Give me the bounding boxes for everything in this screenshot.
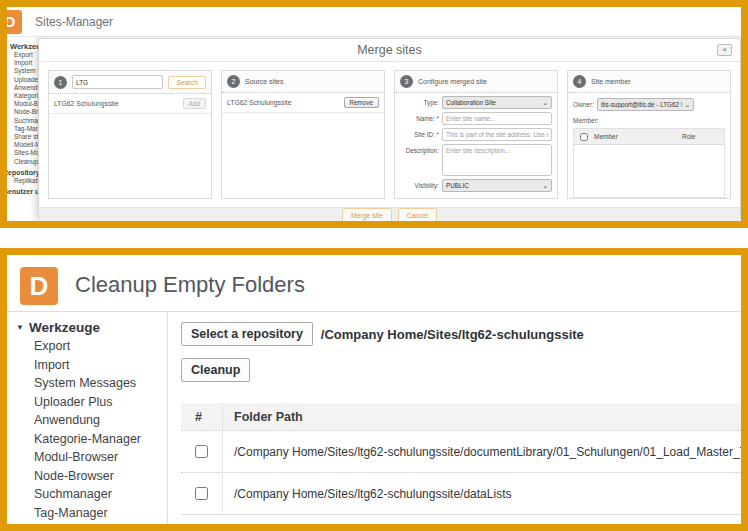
- owner-select-value: itis-support@itis.de - LTG62 !: [601, 101, 683, 108]
- source-sites-panel: 2 Source sites LTG62 Schulungssite Remov…: [221, 70, 385, 199]
- visibility-select-value: PUBLIC: [446, 182, 469, 189]
- site-name-input[interactable]: [442, 112, 552, 125]
- chevron-down-icon: ⌄: [542, 97, 548, 108]
- sidebar-item-uploader-plus[interactable]: Uploader Plus: [7, 393, 167, 412]
- folder-path-cell: /Company Home/Sites/ltg62-schulungssite/…: [223, 445, 741, 459]
- step-3-badge: 3: [400, 75, 413, 88]
- merge-sites-dialog: Merge sites × 1 Search LTG62 Schulungssi…: [38, 38, 741, 219]
- sidebar-item-system-messages[interactable]: System Messages: [7, 374, 167, 393]
- configure-site-panel: 3 Configure merged site Type: Collaborat…: [394, 70, 558, 199]
- app-logo: D: [7, 10, 22, 34]
- step-1-badge: 1: [54, 76, 67, 89]
- cleanup-main: Select a repository /Company Home/Sites/…: [168, 312, 741, 524]
- row-checkbox-cell: [181, 431, 223, 472]
- search-button[interactable]: Search: [168, 76, 206, 89]
- owner-select[interactable]: itis-support@itis.de - LTG62 ! ⌄: [597, 98, 694, 111]
- name-label: Name: *: [398, 112, 442, 122]
- description-field-row: Description:: [398, 144, 552, 176]
- dialog-footer: Merge site Cancel: [39, 207, 740, 221]
- sidebar-item-node-browser[interactable]: Node-Browser: [7, 467, 167, 486]
- site-description-input[interactable]: [442, 144, 552, 176]
- table-row: /Company Home/Sites/ltg62-schulungssite/…: [181, 430, 741, 472]
- member-table-header: Member Role: [574, 129, 724, 145]
- cleanup-empty-folders-window: D Cleanup Empty Folders ▼ Werkzeuge Expo…: [0, 248, 748, 531]
- search-sites-panel: 1 Search LTG62 Schulungssite Add: [48, 70, 212, 199]
- sidebar-item-tag-manager[interactable]: Tag-Manager: [7, 504, 167, 523]
- member-list-label: Member:: [573, 117, 725, 124]
- search-result-row: LTG62 Schulungssite Add: [49, 94, 211, 114]
- sidebar-item-suchmanager[interactable]: Suchmanager: [7, 485, 167, 504]
- member-table-body: [574, 145, 724, 197]
- cleanup-header: D Cleanup Empty Folders: [7, 255, 741, 312]
- visibility-label: Visibility:: [398, 179, 442, 189]
- chevron-down-icon: ⌄: [542, 180, 548, 191]
- close-icon[interactable]: ×: [717, 44, 732, 56]
- sidebar-group-label: Werkzeuge: [29, 320, 100, 335]
- repository-row: Select a repository /Company Home/Sites/…: [181, 322, 741, 346]
- source-sites-header: 2 Source sites: [222, 71, 384, 93]
- cleanup-button-row: Cleanup: [181, 358, 741, 382]
- cancel-button[interactable]: Cancel: [398, 208, 437, 221]
- type-select-value: Collaboration Site: [446, 99, 496, 106]
- add-button[interactable]: Add: [183, 98, 206, 109]
- folder-table: # Folder Path /Company Home/Sites/ltg62-…: [181, 403, 741, 515]
- type-select[interactable]: Collaboration Site ⌄: [442, 96, 552, 109]
- owner-label: Owner:: [573, 101, 594, 108]
- select-repository-button[interactable]: Select a repository: [181, 322, 313, 346]
- page-title: Sites-Manager: [35, 15, 113, 29]
- select-all-checkbox-cell: [574, 132, 594, 140]
- member-column-header: Member: [594, 133, 682, 140]
- sidebar-group-werkzeuge[interactable]: ▼ Werkzeuge: [7, 317, 167, 337]
- folder-path-cell: /Company Home/Sites/ltg62-schulungssite/…: [223, 487, 741, 501]
- sidebar-item-modul-browser[interactable]: Modul-Browser: [7, 448, 167, 467]
- member-table: Member Role: [573, 128, 725, 198]
- sidebar-item-anwendung[interactable]: Anwendung: [7, 411, 167, 430]
- visibility-field-row: Visibility: PUBLIC ⌄: [398, 179, 552, 192]
- sites-manager-window: D Sites-Manager Werkzeuge Export Import …: [0, 0, 748, 228]
- select-all-checkbox[interactable]: [580, 133, 588, 141]
- sidebar-item-kategorie-manager[interactable]: Kategorie-Manager: [7, 430, 167, 449]
- site-member-panel: 4 Site member Owner: itis-support@itis.d…: [567, 70, 731, 199]
- table-row: /Company Home/Sites/ltg62-schulungssite/…: [181, 472, 741, 514]
- repository-path: /Company Home/Sites/ltg62-schulungssite: [321, 327, 584, 342]
- search-result-label: LTG62 Schulungssite: [54, 100, 118, 107]
- folder-path-column-header: Folder Path: [223, 410, 741, 424]
- site-search-input[interactable]: [72, 75, 163, 89]
- search-panel-header: 1 Search: [49, 71, 211, 94]
- window-gap: [0, 228, 748, 248]
- site-member-header: 4 Site member: [568, 71, 730, 93]
- cleanup-button[interactable]: Cleanup: [181, 358, 250, 382]
- step-4-badge: 4: [573, 75, 586, 88]
- source-sites-label: Source sites: [245, 78, 284, 85]
- site-member-label: Site member: [591, 78, 631, 85]
- row-checkbox[interactable]: [195, 445, 208, 458]
- app-logo: D: [20, 267, 58, 305]
- configure-site-label: Configure merged site: [418, 78, 487, 85]
- sidebar-item-import[interactable]: Import: [7, 356, 167, 375]
- dialog-body: 1 Search LTG62 Schulungssite Add 2 Sourc…: [39, 62, 740, 207]
- site-id-input[interactable]: [442, 128, 552, 141]
- chevron-down-icon: ⌄: [684, 99, 690, 110]
- page-title: Cleanup Empty Folders: [75, 272, 305, 298]
- dialog-title-bar: Merge sites ×: [39, 39, 740, 62]
- row-checkbox[interactable]: [195, 487, 208, 500]
- tools-sidebar: ▼ Werkzeuge Export Import System Message…: [7, 312, 168, 524]
- site-id-label: Site ID: *: [398, 128, 442, 138]
- step-2-badge: 2: [227, 75, 240, 88]
- type-label: Type:: [398, 96, 442, 106]
- row-checkbox-cell: [181, 473, 223, 514]
- source-site-row: LTG62 Schulungssite Remove: [222, 93, 384, 113]
- visibility-select[interactable]: PUBLIC ⌄: [442, 179, 552, 192]
- description-label: Description:: [398, 144, 442, 154]
- type-field-row: Type: Collaboration Site ⌄: [398, 96, 552, 109]
- name-field-row: Name: *: [398, 112, 552, 125]
- role-column-header: Role: [682, 133, 724, 140]
- remove-button[interactable]: Remove: [344, 97, 379, 108]
- source-site-label: LTG62 Schulungssite: [227, 99, 291, 106]
- collapse-arrow-icon: ▼: [16, 323, 24, 332]
- merge-site-button[interactable]: Merge site: [342, 208, 392, 221]
- site-id-field-row: Site ID: *: [398, 128, 552, 141]
- hash-column-header: #: [181, 403, 223, 430]
- folder-table-header: # Folder Path: [181, 403, 741, 430]
- sidebar-item-export[interactable]: Export: [7, 337, 167, 356]
